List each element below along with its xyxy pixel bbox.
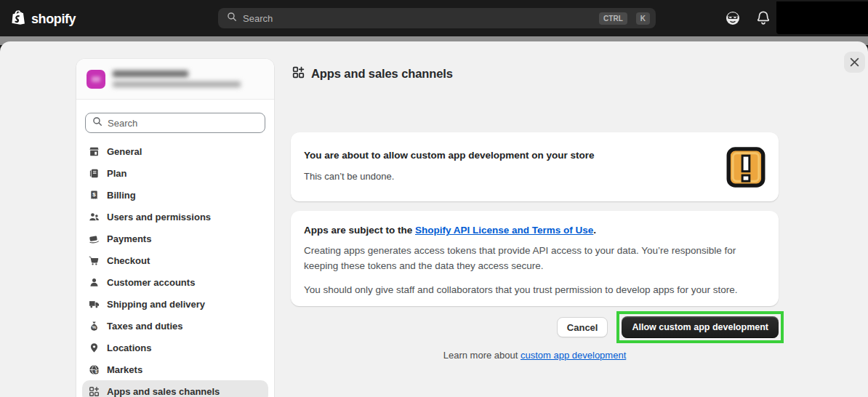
page-title-text: Apps and sales channels bbox=[311, 67, 453, 81]
payments-icon bbox=[88, 233, 100, 244]
sidebar-item-taxes-and-duties[interactable]: % Taxes and duties bbox=[82, 315, 268, 337]
search-icon bbox=[227, 12, 237, 25]
sidebar-item-label: Customer accounts bbox=[107, 277, 195, 288]
kbd-k: K bbox=[636, 12, 650, 25]
terms-intro-prefix: Apps are subject to the bbox=[304, 225, 415, 236]
apps-icon bbox=[292, 66, 305, 81]
sidebar-item-label: Markets bbox=[107, 364, 142, 375]
action-highlight-box: Allow custom app development bbox=[616, 311, 784, 343]
warning-card: You are about to allow custom app develo… bbox=[291, 132, 779, 201]
cancel-button[interactable]: Cancel bbox=[557, 317, 608, 337]
settings-sidebar: General Plan $ Billing Users and permiss… bbox=[76, 59, 274, 397]
sidebar-item-general[interactable]: General bbox=[82, 140, 268, 162]
sidebar-item-label: Shipping and delivery bbox=[107, 299, 205, 310]
terms-intro-suffix: . bbox=[593, 225, 596, 236]
users-icon bbox=[88, 211, 100, 222]
shopify-wordmark: shopify bbox=[31, 12, 76, 27]
learn-more-prefix: Learn more about bbox=[443, 350, 521, 361]
terms-card: Apps are subject to the Shopify API Lice… bbox=[291, 211, 779, 306]
terms-paragraph-2: You should only give staff and collabora… bbox=[304, 283, 765, 298]
page-title: Apps and sales channels bbox=[292, 66, 453, 81]
terms-intro: Apps are subject to the Shopify API Lice… bbox=[304, 225, 765, 236]
store-domain-redacted bbox=[113, 81, 241, 87]
svg-text:%: % bbox=[92, 324, 96, 329]
sidebar-item-label: Taxes and duties bbox=[107, 321, 183, 332]
cart-icon bbox=[88, 254, 100, 266]
account-redacted-block[interactable] bbox=[776, 1, 868, 34]
truck-icon bbox=[88, 298, 100, 310]
custom-app-development-link[interactable]: custom app development bbox=[521, 350, 626, 361]
settings-search-input[interactable] bbox=[108, 118, 258, 129]
sidebar-item-label: Checkout bbox=[107, 255, 150, 266]
global-search-placeholder: Search bbox=[243, 13, 590, 24]
globe-icon: $ bbox=[88, 364, 100, 375]
warning-card-body: This can’t be undone. bbox=[304, 171, 713, 182]
sidebar-item-billing[interactable]: $ Billing bbox=[82, 184, 268, 206]
sidebar-item-label: Apps and sales channels bbox=[107, 386, 220, 397]
person-icon bbox=[88, 276, 100, 288]
svg-text:$: $ bbox=[92, 191, 96, 198]
taxes-icon: % bbox=[88, 320, 100, 332]
terms-paragraph-1: Creating apps generates access tokens th… bbox=[304, 244, 765, 274]
settings-modal: General Plan $ Billing Users and permiss… bbox=[0, 41, 868, 397]
action-buttons: Cancel Allow custom app development bbox=[291, 311, 784, 343]
pin-icon bbox=[88, 342, 100, 353]
store-header[interactable] bbox=[76, 59, 274, 100]
global-search-bar[interactable]: Search CTRL K bbox=[218, 8, 656, 28]
store-avatar bbox=[87, 70, 105, 89]
sidebar-item-payments[interactable]: Payments bbox=[82, 228, 268, 249]
sidebar-item-checkout[interactable]: Checkout bbox=[82, 249, 268, 271]
sidebar-item-users-and-permissions[interactable]: Users and permissions bbox=[82, 206, 268, 228]
close-icon[interactable] bbox=[844, 52, 865, 73]
shopify-logo[interactable]: shopify bbox=[12, 9, 76, 29]
sidebar-item-apps-and-sales-channels[interactable]: Apps and sales channels bbox=[82, 380, 268, 397]
shopify-admin-screen: shopify Search CTRL K bbox=[0, 0, 868, 397]
sidebar-item-label: Billing bbox=[107, 190, 136, 201]
sidebar-item-label: Locations bbox=[107, 342, 151, 353]
settings-nav: General Plan $ Billing Users and permiss… bbox=[82, 140, 268, 397]
sidebar-item-label: General bbox=[107, 146, 142, 157]
sidebar-item-plan[interactable]: Plan bbox=[82, 162, 268, 184]
settings-search[interactable] bbox=[85, 113, 265, 133]
billing-icon: $ bbox=[88, 189, 100, 201]
warning-card-title: You are about to allow custom app develo… bbox=[304, 150, 713, 161]
exclamation-warning-icon bbox=[726, 146, 765, 191]
allow-custom-app-development-button[interactable]: Allow custom app development bbox=[622, 316, 779, 338]
storefront-icon bbox=[88, 145, 100, 157]
topbar: shopify Search CTRL K bbox=[0, 0, 868, 36]
learn-more: Learn more about custom app development bbox=[291, 350, 779, 361]
api-license-link[interactable]: Shopify API License and Terms of Use bbox=[415, 225, 593, 236]
sidebar-item-customer-accounts[interactable]: Customer accounts bbox=[82, 271, 268, 293]
apps-icon bbox=[88, 385, 100, 397]
sidebar-item-label: Plan bbox=[107, 168, 126, 179]
search-icon bbox=[92, 116, 103, 129]
store-identity bbox=[113, 71, 241, 87]
store-name-redacted bbox=[113, 71, 188, 77]
kbd-ctrl: CTRL bbox=[599, 12, 627, 25]
avatar-emoji-icon[interactable] bbox=[723, 9, 742, 28]
sidebar-item-shipping-and-delivery[interactable]: Shipping and delivery bbox=[82, 293, 268, 315]
sidebar-item-label: Users and permissions bbox=[107, 212, 211, 222]
sidebar-item-locations[interactable]: Locations bbox=[82, 337, 268, 358]
sidebar-item-label: Payments bbox=[107, 233, 151, 244]
plan-icon bbox=[88, 167, 100, 179]
sidebar-item-markets[interactable]: $ Markets bbox=[82, 358, 268, 380]
notifications-bell-icon[interactable] bbox=[754, 9, 773, 28]
shopify-bag-icon bbox=[12, 9, 27, 29]
